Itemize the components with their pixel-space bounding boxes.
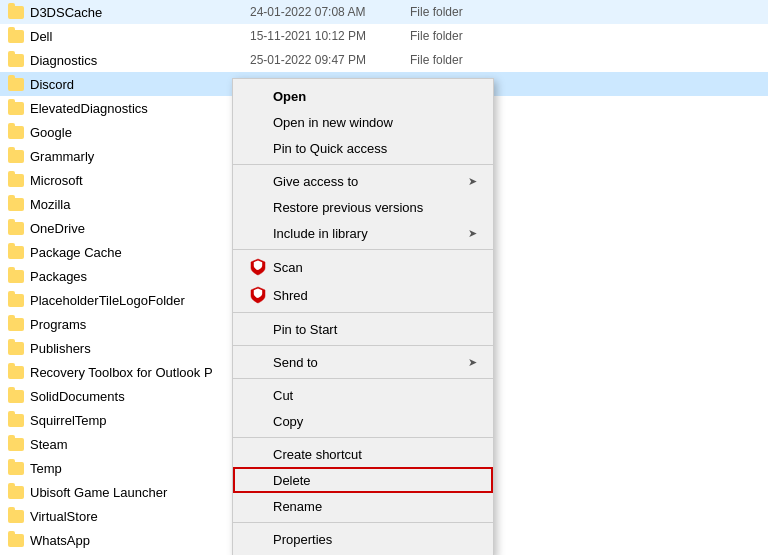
menu-separator [233, 312, 493, 313]
file-name: Ubisoft Game Launcher [30, 485, 250, 500]
menu-item-shred[interactable]: Shred [233, 281, 493, 309]
folder-icon [8, 414, 24, 427]
menu-item-restore-previous[interactable]: Restore previous versions [233, 194, 493, 220]
menu-item-scan[interactable]: Scan [233, 253, 493, 281]
folder-icon [8, 246, 24, 259]
menu-separator [233, 437, 493, 438]
file-name: PlaceholderTileLogoFolder [30, 293, 250, 308]
menu-separator [233, 522, 493, 523]
menu-item-delete[interactable]: Delete [233, 467, 493, 493]
file-name: Grammarly [30, 149, 250, 164]
folder-icon [8, 270, 24, 283]
file-row[interactable]: Diagnostics 25-01-2022 09:47 PM File fol… [0, 48, 768, 72]
file-name: WhatsApp [30, 533, 250, 548]
menu-separator [233, 378, 493, 379]
file-date: 25-01-2022 09:47 PM [250, 53, 410, 67]
file-date: 15-11-2021 10:12 PM [250, 29, 410, 43]
menu-label-give-access: Give access to [273, 174, 468, 189]
folder-icon [8, 54, 24, 67]
menu-label-pin-start: Pin to Start [273, 322, 477, 337]
folder-icon [8, 318, 24, 331]
folder-icon [8, 222, 24, 235]
menu-item-cut[interactable]: Cut [233, 382, 493, 408]
file-name: Discord [30, 77, 250, 92]
menu-label-send-to: Send to [273, 355, 468, 370]
menu-item-pin-quick-access[interactable]: Pin to Quick access [233, 135, 493, 161]
file-name: SquirrelTemp [30, 413, 250, 428]
file-name: Package Cache [30, 245, 250, 260]
folder-icon [8, 462, 24, 475]
menu-label-restore-previous: Restore previous versions [273, 200, 477, 215]
menu-item-create-shortcut[interactable]: Create shortcut [233, 441, 493, 467]
file-name: Microsoft [30, 173, 250, 188]
menu-item-open[interactable]: Open [233, 83, 493, 109]
folder-icon [8, 534, 24, 547]
menu-label-copy: Copy [273, 414, 477, 429]
menu-item-properties[interactable]: Properties [233, 526, 493, 552]
submenu-arrow-icon: ➤ [468, 227, 477, 240]
folder-icon [8, 30, 24, 43]
submenu-arrow-icon: ➤ [468, 356, 477, 369]
file-type: File folder [410, 29, 760, 43]
file-name: Recovery Toolbox for Outlook P [30, 365, 250, 380]
folder-icon [8, 438, 24, 451]
file-name: OneDrive [30, 221, 250, 236]
file-date: 24-01-2022 07:08 AM [250, 5, 410, 19]
file-name: Publishers [30, 341, 250, 356]
file-name: Temp [30, 461, 250, 476]
file-name: Mozilla [30, 197, 250, 212]
mcafee-shred-icon [249, 286, 267, 304]
menu-label-cut: Cut [273, 388, 477, 403]
folder-icon [8, 390, 24, 403]
folder-icon [8, 510, 24, 523]
menu-separator [233, 249, 493, 250]
menu-label-include-library: Include in library [273, 226, 468, 241]
file-name: Programs [30, 317, 250, 332]
folder-icon [8, 102, 24, 115]
folder-icon [8, 6, 24, 19]
file-name: ElevatedDiagnostics [30, 101, 250, 116]
context-menu: Open Open in new window Pin to Quick acc… [232, 78, 494, 555]
folder-icon [8, 174, 24, 187]
folder-icon [8, 366, 24, 379]
folder-icon [8, 126, 24, 139]
submenu-arrow-icon: ➤ [468, 175, 477, 188]
menu-label-scan: Scan [273, 260, 477, 275]
file-name: Steam [30, 437, 250, 452]
menu-separator [233, 164, 493, 165]
menu-label-create-shortcut: Create shortcut [273, 447, 477, 462]
menu-label-properties: Properties [273, 532, 477, 547]
file-row[interactable]: D3DSCache 24-01-2022 07:08 AM File folde… [0, 0, 768, 24]
file-row[interactable]: Dell 15-11-2021 10:12 PM File folder [0, 24, 768, 48]
menu-item-pin-start[interactable]: Pin to Start [233, 316, 493, 342]
menu-item-send-to[interactable]: Send to ➤ [233, 349, 493, 375]
menu-label-pin-quick-access: Pin to Quick access [273, 141, 477, 156]
file-name: VirtualStore [30, 509, 250, 524]
folder-icon [8, 486, 24, 499]
mcafee-scan-icon [249, 258, 267, 276]
menu-label-open-new-window: Open in new window [273, 115, 477, 130]
menu-label-rename: Rename [273, 499, 477, 514]
menu-item-give-access[interactable]: Give access to ➤ [233, 168, 493, 194]
file-name: D3DSCache [30, 5, 250, 20]
menu-item-rename[interactable]: Rename [233, 493, 493, 519]
menu-separator [233, 345, 493, 346]
menu-label-shred: Shred [273, 288, 477, 303]
menu-item-open-new-window[interactable]: Open in new window [233, 109, 493, 135]
folder-icon [8, 78, 24, 91]
folder-icon [8, 294, 24, 307]
menu-label-delete: Delete [273, 473, 477, 488]
file-name: Packages [30, 269, 250, 284]
folder-icon [8, 342, 24, 355]
file-name: SolidDocuments [30, 389, 250, 404]
file-name: Google [30, 125, 250, 140]
menu-label-open: Open [273, 89, 477, 104]
file-type: File folder [410, 5, 760, 19]
folder-icon [8, 198, 24, 211]
file-name: Dell [30, 29, 250, 44]
folder-icon [8, 150, 24, 163]
menu-item-copy[interactable]: Copy [233, 408, 493, 434]
menu-item-include-library[interactable]: Include in library ➤ [233, 220, 493, 246]
file-name: Diagnostics [30, 53, 250, 68]
file-type: File folder [410, 53, 760, 67]
